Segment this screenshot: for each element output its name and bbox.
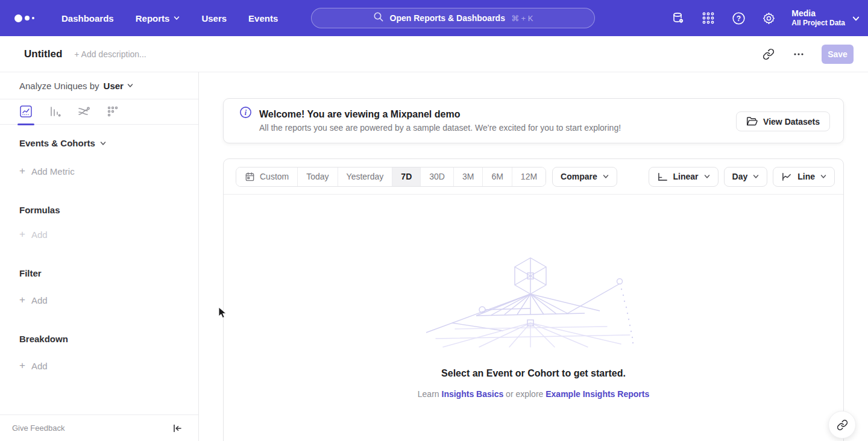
interval-dropdown[interactable]: Day xyxy=(724,167,768,187)
interval-label: Day xyxy=(732,172,748,181)
tab-retention-icon[interactable] xyxy=(106,105,119,118)
view-datasets-button[interactable]: View Datasets xyxy=(736,111,830,131)
plus-icon: + xyxy=(19,360,25,372)
info-icon: i xyxy=(239,106,252,121)
hint-prefix: Learn xyxy=(418,389,439,399)
report-description-placeholder[interactable]: + Add description... xyxy=(74,49,146,59)
date-range-label: 12M xyxy=(521,172,537,181)
hint-middle: or explore xyxy=(506,389,543,399)
formulas-section: Formulas + Add xyxy=(0,205,198,240)
chart-type-tabs xyxy=(0,99,198,125)
date-range-segmented-control: Custom Today Yesterday 7D 30D 3M 6M 12M xyxy=(236,167,546,187)
search-icon xyxy=(373,11,384,25)
chevron-down-icon xyxy=(704,174,710,180)
add-metric-button[interactable]: + Add Metric xyxy=(19,165,198,177)
date-range-yesterday[interactable]: Yesterday xyxy=(338,167,393,186)
plus-icon: + xyxy=(19,294,25,306)
date-range-label: Custom xyxy=(260,172,289,181)
date-range-7d-selected[interactable]: 7D xyxy=(392,167,421,186)
mixpanel-logo[interactable] xyxy=(14,14,42,22)
date-range-6m[interactable]: 6M xyxy=(483,167,512,186)
analyze-by-dropdown[interactable]: User xyxy=(104,81,133,91)
formulas-heading: Formulas xyxy=(19,205,198,215)
chart-type-label: Line xyxy=(797,172,815,181)
date-range-label: 3M xyxy=(462,172,474,181)
top-nav: Dashboards Reports Users Events Open Rep… xyxy=(0,0,868,36)
chevron-down-icon xyxy=(603,174,609,180)
chart-controls-row: Custom Today Yesterday 7D 30D 3M 6M 12M … xyxy=(224,159,843,195)
axis-icon xyxy=(657,172,668,182)
chevron-down-icon xyxy=(100,140,106,146)
query-sidebar: Analyze Uniques by User xyxy=(0,72,199,441)
banner-body: All the reports you see are powered by a… xyxy=(259,123,621,133)
apps-grid-icon[interactable] xyxy=(701,11,715,25)
chevron-down-icon xyxy=(174,15,180,21)
breakdown-section: Breakdown + Add xyxy=(0,334,198,372)
empty-state-hint: Learn Insights Basics or explore Example… xyxy=(224,389,843,399)
date-range-label: Yesterday xyxy=(347,172,384,181)
plus-icon: + xyxy=(19,228,25,240)
nav-item-reports[interactable]: Reports xyxy=(136,13,180,23)
banner-title: Welcome! You are viewing a Mixpanel demo xyxy=(259,109,621,120)
folder-icon xyxy=(746,116,758,127)
main-content: i Welcome! You are viewing a Mixpanel de… xyxy=(199,72,868,441)
nav-item-users[interactable]: Users xyxy=(201,13,227,23)
sidebar-footer: Give Feedback xyxy=(0,414,198,441)
save-button[interactable]: Save xyxy=(822,45,854,64)
collapse-sidebar-icon[interactable] xyxy=(172,423,183,434)
filter-heading: Filter xyxy=(19,268,198,278)
copy-link-icon[interactable] xyxy=(761,47,776,61)
date-range-custom[interactable]: Custom xyxy=(236,167,298,186)
tab-bar-chart-icon[interactable] xyxy=(48,105,61,118)
share-link-fab[interactable] xyxy=(828,411,856,439)
svg-text:?: ? xyxy=(737,14,741,23)
tab-flows-icon[interactable] xyxy=(77,105,90,118)
insights-chart-card: Custom Today Yesterday 7D 30D 3M 6M 12M … xyxy=(223,158,844,441)
add-breakdown-button[interactable]: + Add xyxy=(19,360,198,372)
give-feedback-link[interactable]: Give Feedback xyxy=(12,424,64,433)
add-formula-label: Add xyxy=(31,230,48,240)
compare-label: Compare xyxy=(561,172,597,181)
svg-text:i: i xyxy=(245,108,247,117)
chevron-down-icon xyxy=(820,174,826,180)
date-range-today[interactable]: Today xyxy=(298,167,338,186)
report-title[interactable]: Untitled xyxy=(24,48,62,60)
date-range-label: Today xyxy=(306,172,329,181)
line-chart-icon xyxy=(781,172,792,182)
plus-icon: + xyxy=(19,165,25,177)
date-range-3m[interactable]: 3M xyxy=(454,167,483,186)
tab-insights-line-icon[interactable] xyxy=(19,105,33,118)
events-cohorts-label: Events & Cohorts xyxy=(19,138,95,148)
nav-item-label: Dashboards xyxy=(61,13,114,23)
logo-dot-large xyxy=(14,14,22,22)
project-subtitle: All Project Data xyxy=(791,19,845,28)
search-shortcut: ⌘ + K xyxy=(511,14,533,23)
scale-dropdown[interactable]: Linear xyxy=(649,167,719,187)
wireframe-illustration xyxy=(419,255,648,349)
insights-basics-link[interactable]: Insights Basics xyxy=(442,389,504,399)
scale-label: Linear xyxy=(673,172,699,181)
example-reports-link[interactable]: Example Insights Reports xyxy=(546,389,649,399)
more-options-icon[interactable] xyxy=(791,47,806,61)
compare-dropdown[interactable]: Compare xyxy=(552,167,617,187)
add-filter-button[interactable]: + Add xyxy=(19,294,198,306)
date-range-30d[interactable]: 30D xyxy=(421,167,454,186)
nav-item-events[interactable]: Events xyxy=(248,13,278,23)
nav-item-dashboards[interactable]: Dashboards xyxy=(61,13,114,23)
demo-banner: i Welcome! You are viewing a Mixpanel de… xyxy=(223,98,844,143)
filter-section: Filter + Add xyxy=(0,268,198,306)
help-icon[interactable]: ? xyxy=(731,11,746,25)
project-name: Media xyxy=(791,8,845,19)
view-datasets-label: View Datasets xyxy=(763,117,820,127)
global-search[interactable]: Open Reports & Dashboards ⌘ + K xyxy=(311,8,595,28)
settings-gear-icon[interactable] xyxy=(761,11,776,25)
add-formula-button[interactable]: + Add xyxy=(19,228,198,240)
breakdown-heading: Breakdown xyxy=(19,334,198,344)
project-switcher[interactable]: Media All Project Data xyxy=(791,8,858,28)
banner-text: Welcome! You are viewing a Mixpanel demo… xyxy=(259,109,621,133)
date-range-12m[interactable]: 12M xyxy=(512,167,546,186)
events-cohorts-heading[interactable]: Events & Cohorts xyxy=(19,138,198,148)
chart-type-dropdown[interactable]: Line xyxy=(773,167,835,187)
add-filter-label: Add xyxy=(31,295,48,305)
data-management-icon[interactable] xyxy=(671,11,685,25)
